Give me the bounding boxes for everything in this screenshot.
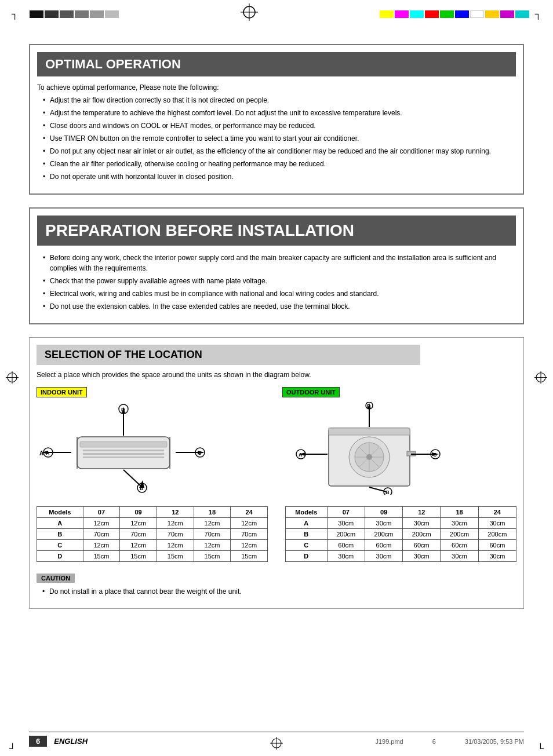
- footer-date: 31/03/2005, 9:53 PM: [465, 738, 524, 745]
- table-row: C 12cm 12cm 12cm 12cm 12cm: [37, 540, 268, 551]
- outdoor-table: Models 07 09 12 18 24 A 30cm 30cm: [285, 506, 516, 562]
- outdoor-col-07: 07: [327, 507, 365, 518]
- bullet-1: Adjust the air flow direction correctly …: [43, 95, 516, 105]
- table-row: C 60cm 60cm 60cm 60cm 60cm: [286, 540, 516, 551]
- svg-text:D: D: [367, 403, 371, 409]
- svg-text:D: D: [121, 407, 125, 412]
- indoor-col-09: 09: [120, 507, 157, 518]
- outdoor-col-24: 24: [478, 507, 516, 518]
- footer-info: J199.pmd 6 31/03/2005, 9:53 PM: [375, 738, 524, 745]
- svg-text:B: B: [385, 490, 390, 495]
- svg-rect-35: [329, 428, 410, 435]
- footer-page-num: 6: [432, 738, 436, 745]
- caution-label: CAUTION: [37, 574, 75, 583]
- indoor-col-models: Models: [37, 507, 83, 518]
- svg-rect-4: [80, 441, 167, 447]
- table-row: B 70cm 70cm 70cm 70cm 70cm: [37, 529, 268, 540]
- preparation-header: PREPARATION BEFORE INSTALLATION: [37, 216, 516, 246]
- footer-language: ENGLISH: [54, 737, 88, 746]
- corner-mark-bl: ┘: [9, 743, 16, 754]
- preparation-bullets: Before doing any work, check the interio…: [37, 253, 516, 312]
- bullet-6: Clean the air filter periodically, other…: [43, 159, 516, 169]
- bullet-2: Adjust the temperature to achieve the hi…: [43, 108, 516, 118]
- location-header: SELECTION OF THE LOCATION: [37, 345, 420, 365]
- indoor-unit-section: INDOOR UNIT: [37, 387, 271, 501]
- svg-text:B: B: [140, 485, 144, 491]
- center-reg-mark: [241, 3, 258, 24]
- table-row: B 200cm 200cm 200cm 200cm 200cm: [286, 529, 516, 540]
- svg-rect-5: [83, 450, 164, 451]
- bottom-reg-mark: [270, 737, 283, 751]
- prep-bullet-1: Before doing any work, check the interio…: [43, 253, 516, 273]
- right-reg-mark: [534, 371, 547, 385]
- outdoor-col-models: Models: [286, 507, 328, 518]
- table-row: D 30cm 30cm 30cm 30cm 30cm: [286, 551, 516, 562]
- corner-mark-br: └: [537, 743, 544, 754]
- caution-text: Do not install in a place that cannot be…: [42, 586, 516, 597]
- color-bars-right: [380, 10, 529, 18]
- outdoor-col-18: 18: [441, 507, 478, 518]
- prep-bullet-4: Do not use the extension cables. In the …: [43, 301, 516, 312]
- outdoor-diagram: A C D B: [282, 402, 516, 495]
- indoor-col-24: 24: [231, 507, 268, 518]
- svg-text:C: C: [198, 450, 202, 456]
- bullet-3: Close doors and windows on COOL or HEAT …: [43, 120, 516, 131]
- svg-point-34: [366, 454, 372, 460]
- svg-line-23: [123, 470, 141, 486]
- indoor-col-07: 07: [83, 507, 120, 518]
- prep-bullet-3: Electrical work, wiring and cables must …: [43, 288, 516, 299]
- table-row: A 12cm 12cm 12cm 12cm 12cm: [37, 518, 268, 529]
- preparation-section: PREPARATION BEFORE INSTALLATION Before d…: [29, 207, 524, 324]
- svg-text:C: C: [433, 452, 437, 458]
- optimal-intro: To achieve optimal performance, Please n…: [37, 83, 516, 92]
- indoor-table: Models 07 09 12 18 24 A 12cm 12cm: [37, 506, 268, 562]
- indoor-col-18: 18: [194, 507, 231, 518]
- location-section: SELECTION OF THE LOCATION Select a place…: [29, 337, 524, 609]
- svg-text:A: A: [46, 450, 50, 456]
- table-row: A 30cm 30cm 30cm 30cm 30cm: [286, 518, 516, 529]
- left-reg-mark: [6, 371, 19, 385]
- prep-bullet-2: Check that the power supply available ag…: [43, 276, 516, 286]
- outdoor-col-09: 09: [365, 507, 402, 518]
- page-number-box: 6: [29, 736, 47, 747]
- outdoor-unit-section: OUTDOOR UNIT: [282, 387, 516, 501]
- outdoor-col-12: 12: [403, 507, 441, 518]
- corner-mark-tr: ┐: [535, 9, 541, 19]
- optimal-operation-header: OPTIMAL OPERATION: [37, 52, 516, 76]
- optimal-operation-section: OPTIMAL OPERATION To achieve optimal per…: [29, 44, 524, 195]
- corner-mark-tl: ┐: [12, 9, 18, 19]
- indoor-diagram: A A C D: [37, 402, 271, 495]
- table-row: D 15cm 15cm 15cm 15cm 15cm: [37, 551, 268, 562]
- indoor-unit-label: INDOOR UNIT: [37, 387, 87, 397]
- footer-filename: J199.pmd: [375, 738, 403, 745]
- svg-rect-6: [83, 453, 164, 455]
- bullet-4: Use TIMER ON button on the remote contro…: [43, 133, 516, 144]
- bullet-5: Do not put any object near air inlet or …: [43, 146, 516, 156]
- bullet-7: Do not operate unit with horizontal louv…: [43, 171, 516, 182]
- svg-text:A: A: [39, 450, 43, 456]
- optimal-bullets: Adjust the air flow direction correctly …: [37, 95, 516, 182]
- caution-section: CAUTION Do not install in a place that c…: [37, 574, 516, 597]
- indoor-col-12: 12: [157, 507, 194, 518]
- outdoor-unit-label: OUTDOOR UNIT: [282, 387, 340, 397]
- svg-text:A: A: [299, 452, 303, 458]
- location-intro: Select a place which provides the space …: [37, 371, 516, 379]
- svg-rect-7: [83, 456, 164, 458]
- color-bars-left: [30, 10, 119, 18]
